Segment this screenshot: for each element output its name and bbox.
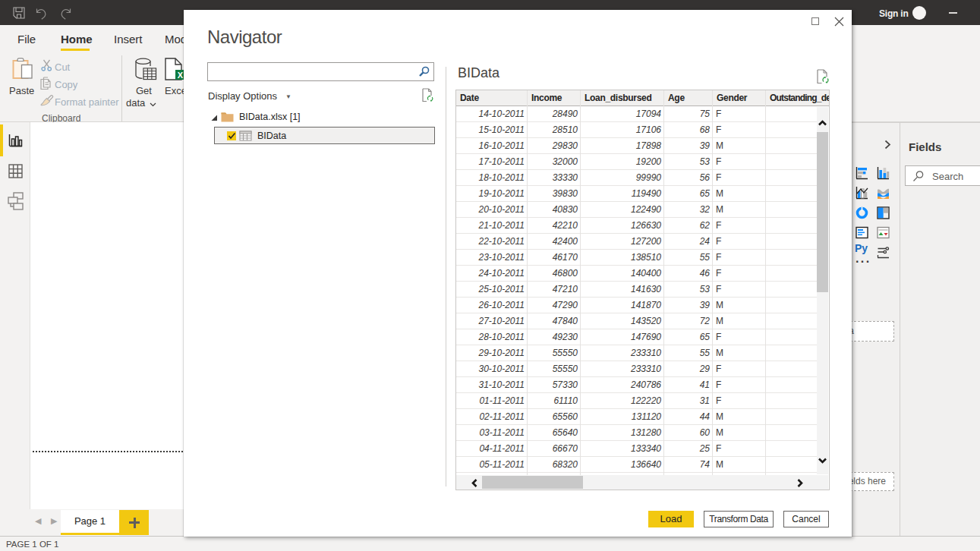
svg-text:X: X <box>178 71 184 80</box>
